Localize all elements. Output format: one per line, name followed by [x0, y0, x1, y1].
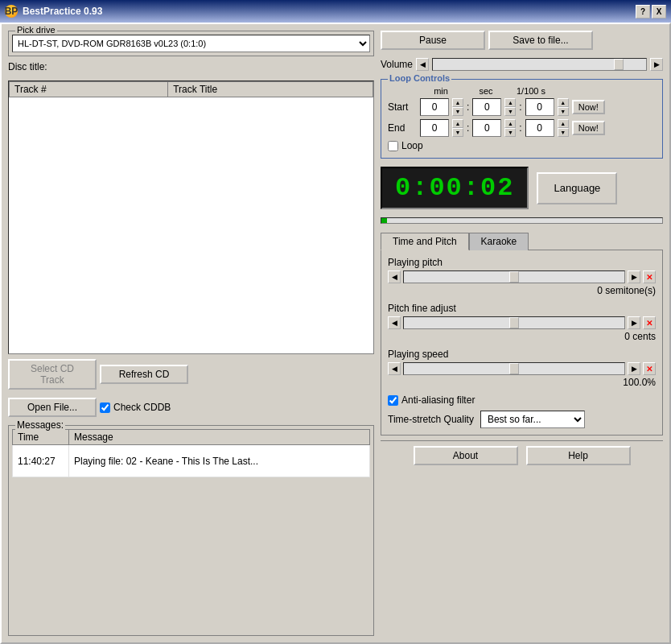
- check-cddb-checkbox[interactable]: [100, 402, 110, 413]
- help-button-bottom[interactable]: Help: [526, 446, 631, 465]
- msg-text: Playing file: 02 - Keane - This Is The L…: [69, 445, 370, 477]
- playing-pitch-section: Playing pitch ◀ ▶ ✕ 0 semitone(s): [388, 257, 656, 296]
- start-sec-spin[interactable]: ▲ ▼: [504, 98, 516, 116]
- speed-reset-button[interactable]: ✕: [643, 362, 656, 375]
- end-sec-down[interactable]: ▼: [504, 128, 516, 137]
- msg-time: 11:40:27: [13, 445, 69, 477]
- start-sec-up[interactable]: ▲: [504, 98, 516, 107]
- start-hundredths-down[interactable]: ▼: [558, 107, 569, 116]
- app-icon-text: BP: [5, 6, 19, 17]
- tab-karaoke[interactable]: Karaoke: [469, 233, 529, 250]
- speed-slider[interactable]: [403, 362, 625, 375]
- pitch-value: 0 semitone(s): [388, 285, 656, 296]
- anti-aliasing-row: Anti-aliasing filter: [388, 394, 656, 406]
- speed-left-arrow[interactable]: ◀: [388, 362, 401, 375]
- col-hundredths-header: 1/100 s: [510, 86, 552, 96]
- tab-time-and-pitch[interactable]: Time and Pitch: [381, 233, 469, 250]
- end-min-up[interactable]: ▲: [452, 119, 463, 128]
- volume-label: Volume: [381, 59, 413, 70]
- playing-pitch-label: Playing pitch: [388, 257, 656, 268]
- pitch-slider[interactable]: [403, 270, 625, 283]
- start-sec-input[interactable]: 0: [472, 98, 501, 116]
- end-hundredths-down[interactable]: ▼: [558, 128, 569, 137]
- pitch-fine-value: 0 cents: [388, 331, 656, 342]
- end-hundredths-spin[interactable]: ▲ ▼: [558, 119, 569, 137]
- time-stretch-row: Time-stretch Quality Best so far... Good…: [388, 411, 656, 428]
- end-hundredths-up[interactable]: ▲: [558, 119, 569, 128]
- msg-col-time: Time: [13, 430, 69, 445]
- volume-row: Volume ◀ ▶: [381, 58, 663, 71]
- about-button[interactable]: About: [414, 446, 518, 465]
- loop-controls: Loop Controls min sec 1/100 s Start 0 ▲ …: [381, 79, 663, 159]
- right-panel: Pause Save to file... Volume ◀ ▶ Loop Co…: [381, 31, 663, 636]
- loop-checkbox[interactable]: [388, 141, 398, 151]
- end-min-input[interactable]: 0: [420, 119, 449, 137]
- end-now-button[interactable]: Now!: [572, 121, 605, 135]
- drive-select[interactable]: HL-DT-ST, DVD-ROM GDR8163B v0L23 (0:1:0): [12, 35, 370, 52]
- end-sec-spin[interactable]: ▲ ▼: [504, 119, 516, 137]
- pause-button[interactable]: Pause: [381, 31, 485, 50]
- start-min-input[interactable]: 0: [420, 98, 449, 116]
- playing-speed-value: 100.0%: [388, 377, 656, 388]
- time-stretch-select[interactable]: Best so far... Good Better Best: [480, 411, 585, 428]
- pitch-fine-slider-row: ◀ ▶ ✕: [388, 316, 656, 329]
- start-hundredths-input[interactable]: 0: [525, 98, 554, 116]
- save-to-file-button[interactable]: Save to file...: [488, 31, 593, 50]
- bottom-bar: About Help: [381, 440, 663, 470]
- check-cddb-label: Check CDDB: [113, 402, 171, 413]
- messages-table: Time Message 11:40:27Playing file: 02 - …: [12, 429, 370, 477]
- pitch-fine-right-arrow[interactable]: ▶: [628, 316, 640, 329]
- loop-controls-label: Loop Controls: [388, 73, 451, 83]
- pitch-fine-left-arrow[interactable]: ◀: [388, 316, 401, 329]
- volume-thumb: [614, 59, 624, 70]
- start-now-button[interactable]: Now!: [572, 100, 605, 114]
- pitch-reset-button[interactable]: ✕: [643, 270, 656, 283]
- pitch-right-arrow[interactable]: ▶: [628, 270, 640, 283]
- progress-bar[interactable]: [381, 217, 663, 224]
- col-min-header: min: [420, 86, 462, 96]
- col-title-header: Track Title: [168, 82, 373, 97]
- track-table: Track # Track Title: [9, 81, 373, 97]
- loop-label: Loop: [401, 140, 423, 151]
- pitch-fine-slider[interactable]: [403, 316, 625, 329]
- end-label: End: [388, 122, 417, 134]
- end-min-spin[interactable]: ▲ ▼: [452, 119, 463, 137]
- language-button[interactable]: Language: [537, 172, 617, 204]
- end-sec-up[interactable]: ▲: [504, 119, 516, 128]
- tab-content: Playing pitch ◀ ▶ ✕ 0 semitone(s): [381, 250, 663, 436]
- close-button[interactable]: X: [652, 5, 666, 19]
- pitch-fine-reset-button[interactable]: ✕: [643, 316, 656, 329]
- pitch-left-arrow[interactable]: ◀: [388, 270, 401, 283]
- volume-right-arrow[interactable]: ▶: [650, 58, 663, 71]
- playing-pitch-slider-row: ◀ ▶ ✕: [388, 270, 656, 283]
- pitch-thumb: [509, 271, 519, 283]
- start-hundredths-up[interactable]: ▲: [558, 98, 569, 107]
- end-min-down[interactable]: ▼: [452, 128, 463, 137]
- anti-aliasing-label: Anti-aliasing filter: [401, 394, 475, 406]
- open-file-button[interactable]: Open File...: [8, 398, 97, 417]
- playing-speed-section: Playing speed ◀ ▶ ✕ 100.0%: [388, 349, 656, 388]
- app-title: BestPractice 0.93: [23, 6, 631, 17]
- volume-left-arrow[interactable]: ◀: [416, 58, 429, 71]
- title-bar: BP BestPractice 0.93 ? X: [0, 0, 671, 23]
- select-cd-track-button[interactable]: Select CD Track: [8, 359, 97, 390]
- start-min-down[interactable]: ▼: [452, 107, 463, 116]
- start-label: Start: [388, 101, 417, 113]
- anti-aliasing-checkbox[interactable]: [388, 395, 398, 406]
- time-display: 0:00:02: [381, 167, 529, 209]
- start-hundredths-spin[interactable]: ▲ ▼: [558, 98, 569, 116]
- left-panel: Pick drive HL-DT-ST, DVD-ROM GDR8163B v0…: [8, 31, 374, 636]
- speed-thumb: [509, 363, 519, 374]
- end-hundredths-input[interactable]: 0: [525, 119, 554, 137]
- end-sec-input[interactable]: 0: [472, 119, 501, 137]
- help-button[interactable]: ?: [636, 5, 650, 19]
- start-min-up[interactable]: ▲: [452, 98, 463, 107]
- pick-drive-label: Pick drive: [15, 25, 57, 35]
- start-min-spin[interactable]: ▲ ▼: [452, 98, 463, 116]
- start-sec-down[interactable]: ▼: [504, 107, 516, 116]
- track-table-container: Track # Track Title: [8, 80, 374, 354]
- refresh-cd-button[interactable]: Refresh CD: [100, 365, 188, 384]
- speed-right-arrow[interactable]: ▶: [628, 362, 640, 375]
- messages-group: Messages: Time Message 11:40:27Playing f…: [8, 425, 374, 636]
- volume-slider[interactable]: [432, 58, 647, 71]
